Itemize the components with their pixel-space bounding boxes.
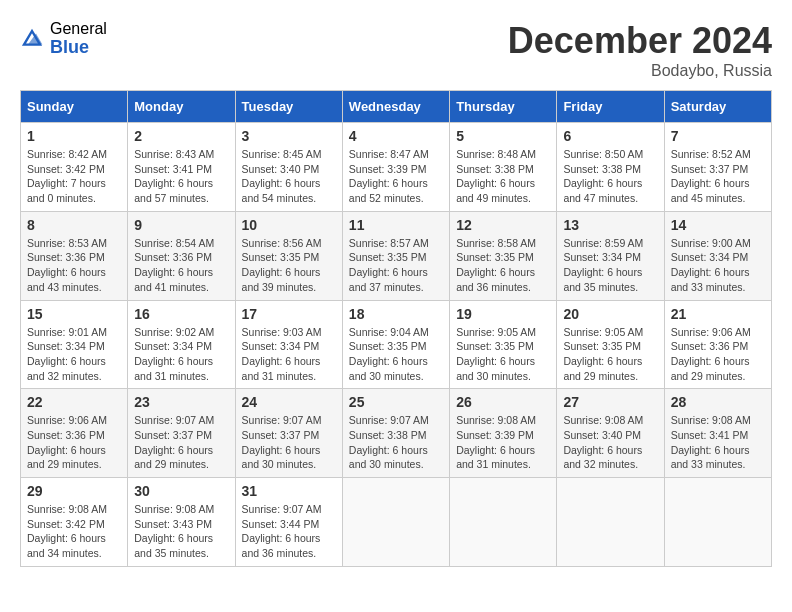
sunset-label: Sunset: 3:34 PM — [27, 340, 105, 352]
sunrise-label: Sunrise: 9:08 AM — [27, 503, 107, 515]
calendar-cell: 13 Sunrise: 8:59 AM Sunset: 3:34 PM Dayl… — [557, 211, 664, 300]
daylight-label: Daylight: 6 hours and 36 minutes. — [242, 532, 321, 559]
sunset-label: Sunset: 3:34 PM — [563, 251, 641, 263]
day-number: 10 — [242, 217, 336, 233]
daylight-label: Daylight: 6 hours and 30 minutes. — [349, 355, 428, 382]
day-number: 21 — [671, 306, 765, 322]
sunrise-label: Sunrise: 9:08 AM — [134, 503, 214, 515]
sunset-label: Sunset: 3:41 PM — [134, 163, 212, 175]
day-info: Sunrise: 9:08 AM Sunset: 3:39 PM Dayligh… — [456, 413, 550, 472]
day-number: 25 — [349, 394, 443, 410]
day-info: Sunrise: 8:50 AM Sunset: 3:38 PM Dayligh… — [563, 147, 657, 206]
sunrise-label: Sunrise: 9:07 AM — [134, 414, 214, 426]
day-info: Sunrise: 9:06 AM Sunset: 3:36 PM Dayligh… — [671, 325, 765, 384]
calendar-cell: 30 Sunrise: 9:08 AM Sunset: 3:43 PM Dayl… — [128, 478, 235, 567]
day-number: 19 — [456, 306, 550, 322]
calendar-cell: 6 Sunrise: 8:50 AM Sunset: 3:38 PM Dayli… — [557, 123, 664, 212]
day-number: 17 — [242, 306, 336, 322]
sunrise-label: Sunrise: 8:57 AM — [349, 237, 429, 249]
day-number: 12 — [456, 217, 550, 233]
day-info: Sunrise: 8:43 AM Sunset: 3:41 PM Dayligh… — [134, 147, 228, 206]
calendar-cell: 15 Sunrise: 9:01 AM Sunset: 3:34 PM Dayl… — [21, 300, 128, 389]
calendar-cell: 20 Sunrise: 9:05 AM Sunset: 3:35 PM Dayl… — [557, 300, 664, 389]
daylight-label: Daylight: 6 hours and 47 minutes. — [563, 177, 642, 204]
sunset-label: Sunset: 3:37 PM — [242, 429, 320, 441]
sunset-label: Sunset: 3:39 PM — [349, 163, 427, 175]
day-info: Sunrise: 8:56 AM Sunset: 3:35 PM Dayligh… — [242, 236, 336, 295]
calendar-cell: 25 Sunrise: 9:07 AM Sunset: 3:38 PM Dayl… — [342, 389, 449, 478]
daylight-label: Daylight: 6 hours and 32 minutes. — [563, 444, 642, 471]
day-info: Sunrise: 9:00 AM Sunset: 3:34 PM Dayligh… — [671, 236, 765, 295]
daylight-label: Daylight: 6 hours and 31 minutes. — [242, 355, 321, 382]
calendar-cell: 29 Sunrise: 9:08 AM Sunset: 3:42 PM Dayl… — [21, 478, 128, 567]
calendar-cell: 2 Sunrise: 8:43 AM Sunset: 3:41 PM Dayli… — [128, 123, 235, 212]
daylight-label: Daylight: 6 hours and 29 minutes. — [671, 355, 750, 382]
calendar-cell: 23 Sunrise: 9:07 AM Sunset: 3:37 PM Dayl… — [128, 389, 235, 478]
day-number: 26 — [456, 394, 550, 410]
day-number: 13 — [563, 217, 657, 233]
day-info: Sunrise: 8:57 AM Sunset: 3:35 PM Dayligh… — [349, 236, 443, 295]
sunrise-label: Sunrise: 9:05 AM — [563, 326, 643, 338]
day-number: 7 — [671, 128, 765, 144]
calendar-week-3: 15 Sunrise: 9:01 AM Sunset: 3:34 PM Dayl… — [21, 300, 772, 389]
daylight-label: Daylight: 6 hours and 29 minutes. — [134, 444, 213, 471]
calendar-cell: 31 Sunrise: 9:07 AM Sunset: 3:44 PM Dayl… — [235, 478, 342, 567]
sunset-label: Sunset: 3:38 PM — [563, 163, 641, 175]
sunrise-label: Sunrise: 9:02 AM — [134, 326, 214, 338]
day-header-sunday: Sunday — [21, 91, 128, 123]
day-number: 1 — [27, 128, 121, 144]
sunset-label: Sunset: 3:36 PM — [134, 251, 212, 263]
sunrise-label: Sunrise: 9:08 AM — [456, 414, 536, 426]
day-info: Sunrise: 8:42 AM Sunset: 3:42 PM Dayligh… — [27, 147, 121, 206]
day-info: Sunrise: 8:48 AM Sunset: 3:38 PM Dayligh… — [456, 147, 550, 206]
calendar-cell — [557, 478, 664, 567]
calendar-cell — [342, 478, 449, 567]
calendar-cell: 7 Sunrise: 8:52 AM Sunset: 3:37 PM Dayli… — [664, 123, 771, 212]
day-number: 2 — [134, 128, 228, 144]
day-number: 29 — [27, 483, 121, 499]
day-header-monday: Monday — [128, 91, 235, 123]
month-title: December 2024 — [508, 20, 772, 62]
day-info: Sunrise: 8:53 AM Sunset: 3:36 PM Dayligh… — [27, 236, 121, 295]
daylight-label: Daylight: 6 hours and 32 minutes. — [27, 355, 106, 382]
sunrise-label: Sunrise: 9:05 AM — [456, 326, 536, 338]
day-number: 6 — [563, 128, 657, 144]
day-info: Sunrise: 8:47 AM Sunset: 3:39 PM Dayligh… — [349, 147, 443, 206]
sunset-label: Sunset: 3:36 PM — [27, 429, 105, 441]
sunset-label: Sunset: 3:35 PM — [349, 340, 427, 352]
day-number: 27 — [563, 394, 657, 410]
calendar-header-row: SundayMondayTuesdayWednesdayThursdayFrid… — [21, 91, 772, 123]
calendar-cell: 5 Sunrise: 8:48 AM Sunset: 3:38 PM Dayli… — [450, 123, 557, 212]
daylight-label: Daylight: 6 hours and 34 minutes. — [27, 532, 106, 559]
sunset-label: Sunset: 3:35 PM — [456, 340, 534, 352]
sunset-label: Sunset: 3:41 PM — [671, 429, 749, 441]
sunrise-label: Sunrise: 9:07 AM — [242, 414, 322, 426]
daylight-label: Daylight: 6 hours and 43 minutes. — [27, 266, 106, 293]
sunset-label: Sunset: 3:34 PM — [242, 340, 320, 352]
day-info: Sunrise: 8:59 AM Sunset: 3:34 PM Dayligh… — [563, 236, 657, 295]
sunset-label: Sunset: 3:37 PM — [134, 429, 212, 441]
calendar-cell: 18 Sunrise: 9:04 AM Sunset: 3:35 PM Dayl… — [342, 300, 449, 389]
sunset-label: Sunset: 3:35 PM — [456, 251, 534, 263]
day-header-friday: Friday — [557, 91, 664, 123]
daylight-label: Daylight: 6 hours and 29 minutes. — [563, 355, 642, 382]
sunrise-label: Sunrise: 9:07 AM — [242, 503, 322, 515]
sunrise-label: Sunrise: 8:43 AM — [134, 148, 214, 160]
sunrise-label: Sunrise: 8:54 AM — [134, 237, 214, 249]
sunset-label: Sunset: 3:38 PM — [349, 429, 427, 441]
sunset-label: Sunset: 3:37 PM — [671, 163, 749, 175]
day-info: Sunrise: 9:08 AM Sunset: 3:42 PM Dayligh… — [27, 502, 121, 561]
sunset-label: Sunset: 3:38 PM — [456, 163, 534, 175]
calendar-cell — [664, 478, 771, 567]
sunset-label: Sunset: 3:42 PM — [27, 163, 105, 175]
sunrise-label: Sunrise: 9:01 AM — [27, 326, 107, 338]
daylight-label: Daylight: 6 hours and 31 minutes. — [456, 444, 535, 471]
daylight-label: Daylight: 6 hours and 37 minutes. — [349, 266, 428, 293]
sunset-label: Sunset: 3:42 PM — [27, 518, 105, 530]
sunset-label: Sunset: 3:40 PM — [242, 163, 320, 175]
day-info: Sunrise: 9:07 AM Sunset: 3:44 PM Dayligh… — [242, 502, 336, 561]
sunrise-label: Sunrise: 8:59 AM — [563, 237, 643, 249]
sunrise-label: Sunrise: 9:06 AM — [671, 326, 751, 338]
location: Bodaybo, Russia — [508, 62, 772, 80]
sunrise-label: Sunrise: 8:47 AM — [349, 148, 429, 160]
